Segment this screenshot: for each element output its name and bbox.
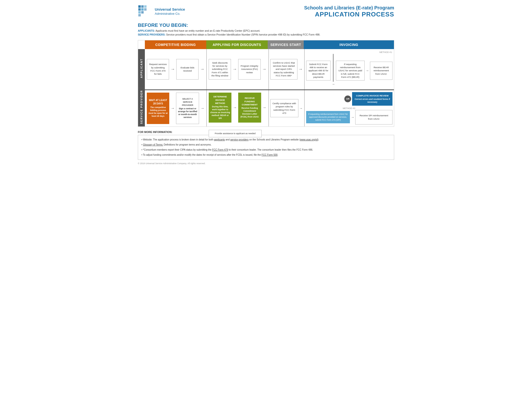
app-form470-box: Request services by submitting FCC Form …: [147, 59, 169, 80]
app-invoicing-section: METHOD #1: Submit FCC Form 498 to receiv…: [305, 49, 394, 89]
info-item-3: *Consortium members report their CIPA st…: [142, 148, 390, 152]
provide-assistance-box: Provide assistance to applicant as neede…: [209, 130, 261, 137]
arrow1: →: [171, 67, 175, 72]
main-grid: COMPETITIVE BIDDING APPLYING FOR DISCOUN…: [138, 40, 394, 127]
prov-form473-box: Certify compliance with program rules by…: [270, 99, 298, 117]
method1-row: Submit FCC Form 498 to receive an applic…: [306, 54, 392, 87]
app-form472-box: If requesting reimbursement from USAC fo…: [336, 61, 364, 81]
info-item-2: Glossary of Terms: Definitions for progr…: [142, 143, 390, 147]
app-form498-box: Submit FCC Form 498 to receive an applic…: [306, 61, 331, 81]
app-pia-box: Program Integrity Assurance (PIA) review: [238, 59, 260, 80]
arrow2: →: [200, 67, 204, 72]
header: Universal Service Administrative Co. Sch…: [138, 5, 394, 18]
arrow8: →: [200, 106, 204, 111]
select-sub: Sign a contract or arrange for tarriffed…: [178, 107, 197, 119]
prov-comp-bid-section: WAIT AT LEAST 28 DAYS The competitive bi…: [145, 90, 207, 126]
method2-label: METHOD #2:: [306, 107, 392, 110]
svg-rect-0: [138, 5, 141, 8]
col-header-comp-bid: COMPETITIVE BIDDING: [145, 40, 206, 49]
info-item-4: To adjust funding commitments and/or mod…: [142, 153, 390, 157]
info-list: Website: The application process is brok…: [142, 138, 390, 157]
title-line1: Schools and Libraries (E-rate) Program: [304, 5, 394, 11]
wait-days-box: WAIT AT LEAST 28 DAYS The competitive bi…: [147, 93, 169, 124]
determine-invoice-box: DETERMINE INVOICE METHOD During this tim…: [209, 93, 231, 122]
funding-sub: Receive Funding Commitment Decision Lett…: [240, 107, 259, 119]
for-more-title: FOR MORE INFORMATION:: [138, 131, 394, 133]
method2-row: If requesting reimbursement from USAC fo…: [306, 110, 392, 124]
app-form471-box: Seek discounts for services by submittin…: [209, 59, 231, 80]
svg-rect-7: [141, 11, 144, 14]
usac-logo-icon: [138, 5, 152, 18]
prov-spi-box: Receive SPI reimbursement from USAC: [355, 110, 392, 124]
wait-title: WAIT AT LEAST 28 DAYS: [148, 99, 168, 105]
arrow3: →: [232, 67, 237, 72]
arrow4: →: [262, 67, 266, 72]
arrow6: →: [366, 69, 369, 73]
col-header-services: SERVICES START: [268, 40, 304, 49]
side-label-applicant: APPLICANT: [138, 49, 145, 88]
applicants-text: Applicants must first have an entity num…: [155, 29, 260, 32]
arrow11: →: [299, 106, 303, 110]
prov-invoicing-section: OR COMPLETE INVOICE REVIEW Correct error…: [305, 90, 394, 126]
providers-label: SERVICE PROVIDERS:: [138, 33, 165, 36]
complete-review-title: COMPLETE INVOICE REVIEW: [356, 94, 389, 97]
side-label-provider: SERVICE PROVIDER: [138, 88, 145, 126]
arrow10: →: [263, 105, 266, 110]
provider-row: WAIT AT LEAST 28 DAYS The competitive bi…: [145, 90, 394, 126]
info-item-1: Website: The application process is brok…: [142, 138, 390, 142]
title-area: Schools and Libraries (E-rate) Program A…: [304, 5, 394, 18]
svg-rect-6: [138, 11, 141, 14]
org-name: Universal Service: [155, 7, 185, 12]
svg-rect-2: [144, 5, 147, 8]
determine-title: DETERMINE INVOICE METHOD: [210, 95, 230, 105]
before-text: APPLICANTS: Applicants must first have a…: [138, 29, 394, 37]
app-applying-section: Seek discounts for services by submittin…: [207, 49, 269, 89]
content-wrapper: APPLICANT SERVICE PROVIDER Request servi…: [138, 49, 394, 126]
bottom-info: FOR MORE INFORMATION: Website: The appli…: [138, 131, 394, 165]
prov-comp-bid-inner: WAIT AT LEAST 28 DAYS The competitive bi…: [147, 93, 204, 124]
connector-v: →: [332, 54, 335, 87]
funding-commitment-box: RECEIVE FUNDING COMMITMENT Receive Fundi…: [238, 93, 261, 122]
svg-rect-8: [138, 14, 141, 17]
select-title: SELECT A SERVICE PROVIDER: [178, 97, 197, 107]
wait-sub: The competitive bidding process must be …: [148, 106, 168, 118]
arrow12: →: [351, 115, 354, 119]
svg-rect-1: [141, 5, 144, 8]
app-services-section: Confirm to USAC that services have start…: [269, 49, 305, 89]
org-sub: Administrative Co.: [155, 12, 185, 16]
app-comp-bid-section: Request services by submitting FCC Form …: [145, 49, 207, 89]
title-line2: APPLICATION PROCESS: [304, 11, 394, 18]
side-labels-col: APPLICANT SERVICE PROVIDER: [138, 49, 145, 126]
logo-text: Universal Service Administrative Co.: [155, 7, 185, 16]
col-header-invoicing: INVOICING: [304, 40, 394, 49]
or-circle: OR: [344, 95, 351, 102]
logo-area: Universal Service Administrative Co.: [138, 5, 185, 18]
applicants-label: APPLICANTS:: [138, 29, 155, 32]
before-title: BEFORE YOU BEGIN:: [138, 22, 394, 28]
svg-rect-5: [144, 8, 147, 11]
col-header-applying: APPLYING FOR DISCOUNTS: [206, 40, 268, 49]
prov-form474-box: If requesting reimbursement from USAC fo…: [306, 111, 350, 123]
providers-text: Service providers must first obtain a Se…: [166, 33, 320, 36]
applicant-row: Request services by submitting FCC Form …: [145, 49, 394, 90]
complete-review-sub: Correct errors and resubmit forms if nec…: [353, 98, 391, 104]
columns-area: Request services by submitting FCC Form …: [145, 49, 394, 126]
svg-rect-3: [138, 8, 141, 11]
copyright: © 2018 Universal Service Administrative …: [138, 162, 394, 165]
prov-services-section: Certify compliance with program rules by…: [269, 90, 305, 126]
before-section: BEFORE YOU BEGIN: APPLICANTS: Applicants…: [138, 22, 394, 37]
svg-rect-4: [141, 8, 144, 11]
app-evaluate-box: Evaluate bids received: [176, 59, 199, 80]
determine-sub: During this time, work together to choos…: [210, 105, 230, 120]
prov-applying-section: DETERMINE INVOICE METHOD During this tim…: [207, 90, 269, 126]
arrow9: →: [233, 105, 237, 110]
spacer: [138, 40, 145, 49]
method1-label: METHOD #1:: [306, 51, 392, 53]
info-box: Website: The application process is brok…: [138, 135, 394, 160]
col-headers-row: COMPETITIVE BIDDING APPLYING FOR DISCOUN…: [138, 40, 394, 49]
prov-applying-inner: DETERMINE INVOICE METHOD During this tim…: [209, 93, 266, 122]
complete-invoice-review-box: COMPLETE INVOICE REVIEW Correct errors a…: [352, 92, 392, 106]
select-provider-box: SELECT A SERVICE PROVIDER Sign a contrac…: [176, 93, 199, 124]
funding-title: RECEIVE FUNDING COMMITMENT: [240, 96, 259, 106]
arrow5: →: [298, 67, 303, 72]
